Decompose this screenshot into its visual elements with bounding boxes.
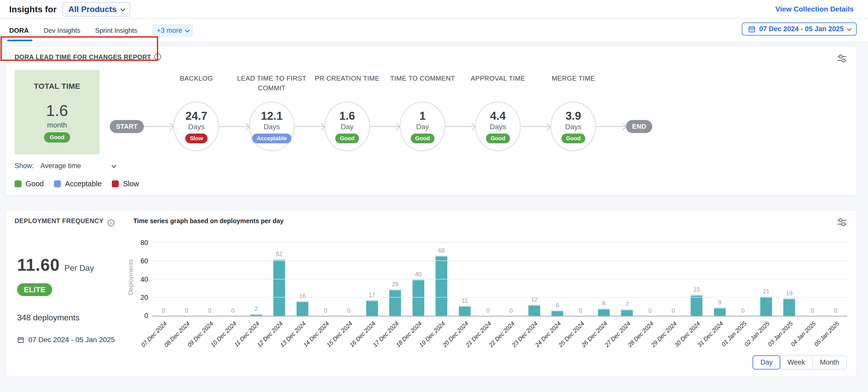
bar-slot: 12 <box>523 296 546 316</box>
bar-value-label: 9 <box>718 299 721 306</box>
bar <box>528 305 540 316</box>
tabs-bar: DORADev InsightsSprint Insights+3 more 0… <box>0 19 868 42</box>
bar-value-label: 66 <box>438 247 445 254</box>
bar-slot: 17 <box>360 292 383 316</box>
bar-value-label: 40 <box>415 271 422 278</box>
show-dropdown-value: Average time <box>40 162 81 170</box>
chevron-down-icon <box>120 6 125 11</box>
flow-arrow <box>445 126 475 127</box>
gridline <box>152 297 847 298</box>
stage-value: 3.9 <box>565 110 581 122</box>
bar-value-label: 6 <box>556 302 559 309</box>
bar-value-label: 0 <box>185 307 188 314</box>
performance-badge: ELITE <box>17 283 52 296</box>
lead-time-card: DORA LEAD TIME FOR CHANGES REPORT i TOTA… <box>5 46 857 195</box>
tab-dora[interactable]: DORA <box>9 27 29 34</box>
bar-value-label: 23 <box>693 286 700 293</box>
tab-dev-insights[interactable]: Dev Insights <box>44 27 80 34</box>
total-time-unit: month <box>47 121 67 129</box>
page-title: Insights for <box>9 4 57 14</box>
date-range-value: 07 Dec 2024 - 05 Jan 2025 <box>759 25 844 33</box>
bar-slot: 2 <box>244 305 268 316</box>
y-axis-title: Deployments <box>127 259 134 295</box>
chart-settings-button[interactable] <box>837 217 847 227</box>
stage-unit: Day <box>341 123 354 131</box>
show-label: Show: <box>14 162 34 170</box>
legend-label: Acceptable <box>65 180 102 188</box>
bar-slot: 0 <box>152 307 175 316</box>
bar-value-label: 7 <box>625 301 629 308</box>
bar-slot: 6 <box>546 302 569 316</box>
sliders-icon <box>837 54 847 63</box>
stage-value: 1 <box>420 110 426 122</box>
deployment-stats: 11.60 Per Day ELITE 348 deployments 07 D… <box>14 230 127 369</box>
chart-title: Time series graph based on deployments p… <box>127 217 283 225</box>
bar <box>297 301 308 316</box>
stage-node-approval-time: APPROVAL TIME4.4DaysGood <box>475 101 521 151</box>
deployment-rate-unit: Per Day <box>64 263 94 273</box>
bar-value-label: 0 <box>834 307 837 314</box>
info-icon[interactable]: i <box>108 219 114 226</box>
show-dropdown[interactable]: Average time <box>40 162 115 170</box>
calendar-icon <box>17 336 24 343</box>
bar-value-label: 17 <box>369 292 375 299</box>
bar-slot: 16 <box>291 293 314 316</box>
bar-slot: 0 <box>639 307 662 316</box>
legend-item-good: Good <box>14 180 44 188</box>
bar-slot: 11 <box>453 297 476 316</box>
bar-slot: 0 <box>198 307 221 316</box>
deployments-total: 348 deployments <box>17 313 127 323</box>
granularity-month-button[interactable]: Month <box>812 355 847 369</box>
date-range-picker[interactable]: 07 Dec 2024 - 05 Jan 2025 <box>742 23 857 36</box>
bar <box>412 279 424 316</box>
calendar-icon <box>748 25 756 33</box>
gridline <box>152 279 847 279</box>
legend-swatch <box>14 180 22 187</box>
deployment-rate-value: 11.60 <box>17 255 60 275</box>
bar-value-label: 0 <box>324 307 327 314</box>
more-tabs-dropdown[interactable]: +3 more <box>152 24 193 37</box>
stage-value: 12.1 <box>261 110 283 122</box>
stats-date-range: 07 Dec 2024 - 05 Jan 2025 <box>17 336 127 344</box>
stage-status-badge: Good <box>411 133 435 143</box>
bar-value-label: 0 <box>486 307 490 314</box>
bar-value-label: 0 <box>509 307 513 314</box>
granularity-week-button[interactable]: Week <box>780 355 813 369</box>
stage-unit: Days <box>188 123 205 131</box>
flow-arrow <box>294 126 324 127</box>
info-icon[interactable]: i <box>154 54 161 60</box>
tab-sprint-insights[interactable]: Sprint Insights <box>95 27 137 34</box>
product-selector-dropdown[interactable]: All Products <box>62 2 130 17</box>
bar-value-label: 21 <box>763 288 770 295</box>
total-time-label: TOTAL TIME <box>34 82 80 91</box>
flow-arrow <box>370 126 400 127</box>
page-content: DORA LEAD TIME FOR CHANGES REPORT i TOTA… <box>0 42 868 377</box>
stage-status-badge: Good <box>335 133 359 143</box>
bar-slot: 0 <box>731 307 755 316</box>
chart-settings-button[interactable] <box>837 54 847 63</box>
status-legend: GoodAcceptableSlow <box>14 180 847 188</box>
flow-arrow <box>596 126 626 127</box>
granularity-toggle: DayWeekMonth <box>127 355 847 369</box>
y-axis: Deployments 020406080 <box>127 243 152 316</box>
stage-value: 1.6 <box>339 110 355 122</box>
stage-node-merge-time: MERGE TIME3.9DaysGood <box>551 101 596 151</box>
bar <box>273 259 285 316</box>
view-collection-details-link[interactable]: View Collection Details <box>775 5 854 13</box>
chevron-down-icon <box>847 26 851 31</box>
bar <box>389 290 401 316</box>
page-header: Insights for All Products View Collectio… <box>0 0 868 19</box>
bar-slot: 0 <box>499 307 523 316</box>
sliders-icon <box>837 217 847 227</box>
bar-value-label: 0 <box>811 307 814 314</box>
bar-slot: 0 <box>662 307 685 316</box>
total-time-value: 1.6 <box>46 101 68 120</box>
y-tick-label: 20 <box>141 294 148 301</box>
bar-slot: 0 <box>175 307 198 316</box>
legend-swatch <box>54 180 61 187</box>
bar-slot: 0 <box>801 307 824 316</box>
legend-item-slow: Slow <box>112 180 139 188</box>
bar-value-label: 16 <box>299 293 306 300</box>
granularity-day-button[interactable]: Day <box>752 355 780 369</box>
bar <box>783 298 795 316</box>
